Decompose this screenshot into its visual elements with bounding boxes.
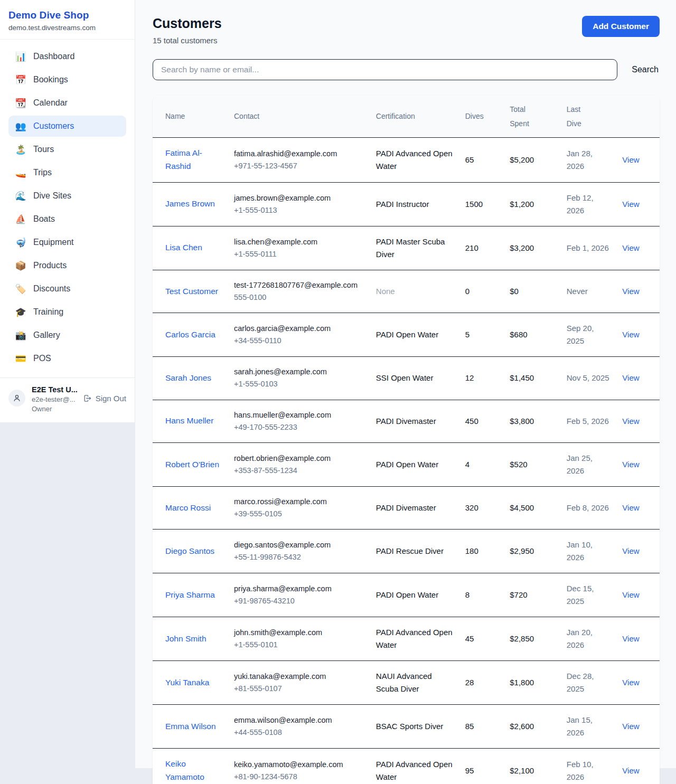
- sidebar-item-dashboard[interactable]: 📊Dashboard: [8, 46, 126, 67]
- customer-name-link[interactable]: Fatima Al-Rashid: [165, 148, 202, 171]
- table-row: John Smithjohn.smith@example.com+1-555-0…: [153, 617, 660, 661]
- view-customer-link[interactable]: View: [622, 546, 639, 555]
- cell-contact: hans.mueller@example.com+49-170-555-2233: [229, 400, 371, 442]
- cell-certification: PADI Open Water: [371, 442, 460, 486]
- cell-name: Hans Mueller: [153, 400, 229, 442]
- customer-name-link[interactable]: Keiko Yamamoto: [165, 759, 204, 781]
- cell-name: Priya Sharma: [153, 573, 229, 617]
- customer-dives: 450: [465, 417, 478, 426]
- view-customer-link[interactable]: View: [622, 590, 639, 599]
- sign-out-button[interactable]: Sign Out: [83, 394, 126, 403]
- page-header: Customers 15 total customers Add Custome…: [153, 16, 660, 45]
- sidebar-item-trips[interactable]: 🚤Trips: [8, 162, 126, 183]
- sidebar-item-equipment[interactable]: 🤿Equipment: [8, 232, 126, 253]
- customer-name-link[interactable]: Emma Wilson: [165, 722, 216, 731]
- sidebar-item-label: Training: [33, 307, 63, 317]
- view-customer-link[interactable]: View: [622, 200, 639, 209]
- customer-count: 15 total customers: [153, 36, 222, 45]
- add-customer-button[interactable]: Add Customer: [582, 16, 660, 37]
- wave-icon: 🌊: [15, 192, 26, 201]
- customer-total-spent: $2,850: [510, 634, 534, 643]
- cell-total-spent: $1,200: [504, 182, 561, 226]
- sidebar-item-products[interactable]: 📦Products: [8, 255, 126, 276]
- sidebar-item-gallery[interactable]: 📸Gallery: [8, 325, 126, 346]
- customer-total-spent: $5,200: [510, 155, 534, 164]
- cell-contact: keiko.yamamoto@example.com+81-90-1234-56…: [229, 749, 371, 784]
- customer-dives: 1500: [465, 200, 483, 209]
- customer-name-link[interactable]: Lisa Chen: [165, 243, 202, 252]
- cell-name: Sarah Jones: [153, 357, 229, 400]
- customer-name-link[interactable]: Priya Sharma: [165, 590, 215, 599]
- sidebar-item-boats[interactable]: ⛵Boats: [8, 209, 126, 230]
- sidebar-item-customers[interactable]: 👥Customers: [8, 116, 126, 137]
- view-customer-link[interactable]: View: [622, 722, 639, 731]
- cell-total-spent: $2,100: [504, 749, 561, 784]
- customer-name-link[interactable]: Marco Rossi: [165, 503, 211, 512]
- cell-last-dive: Feb 10, 2026: [561, 749, 617, 784]
- graduation-cap-icon: 🎓: [15, 308, 26, 317]
- customer-certification: SSI Open Water: [376, 372, 455, 384]
- sidebar-item-label: Dashboard: [33, 52, 74, 61]
- customer-name-link[interactable]: Hans Mueller: [165, 416, 213, 425]
- view-customer-link[interactable]: View: [622, 373, 639, 382]
- view-customer-link[interactable]: View: [622, 243, 639, 252]
- credit-card-icon: 💳: [15, 354, 26, 363]
- cell-contact: marco.rossi@example.com+39-555-0105: [229, 486, 371, 529]
- customer-last-dive: Feb 12, 2026: [567, 192, 612, 217]
- view-customer-link[interactable]: View: [622, 678, 639, 687]
- sidebar-item-label: Gallery: [33, 330, 60, 340]
- sidebar-item-label: Calendar: [33, 98, 68, 108]
- customer-phone: +44-555-0108: [234, 726, 365, 739]
- diving-mask-icon: 🤿: [15, 238, 26, 247]
- cell-last-dive: Feb 1, 2026: [561, 226, 617, 270]
- customer-email: carlos.garcia@example.com: [234, 323, 365, 335]
- customer-name-link[interactable]: Diego Santos: [165, 546, 214, 555]
- customer-name-link[interactable]: Robert O'Brien: [165, 460, 219, 469]
- cell-certification: PADI Instructor: [371, 182, 460, 226]
- customer-email: marco.rossi@example.com: [234, 496, 365, 508]
- view-customer-link[interactable]: View: [622, 417, 639, 426]
- customer-email: fatima.alrashid@example.com: [234, 148, 365, 160]
- view-customer-link[interactable]: View: [622, 155, 639, 164]
- table-row: Sarah Jonessarah.jones@example.com+1-555…: [153, 357, 660, 400]
- shop-name: Demo Dive Shop: [8, 10, 126, 21]
- customer-total-spent: $1,450: [510, 373, 534, 382]
- cell-contact: yuki.tanaka@example.com+81-555-0107: [229, 661, 371, 705]
- customer-phone: +971-55-123-4567: [234, 160, 365, 172]
- customer-phone: +39-555-0105: [234, 508, 365, 520]
- view-customer-link[interactable]: View: [622, 460, 639, 469]
- view-customer-link[interactable]: View: [622, 330, 639, 339]
- column-header-actions: [617, 95, 660, 138]
- view-customer-link[interactable]: View: [622, 766, 639, 775]
- brand-block: Demo Dive Shop demo.test.divestreams.com: [0, 0, 135, 40]
- cell-actions: View: [617, 617, 660, 661]
- cell-total-spent: $2,600: [504, 705, 561, 749]
- sidebar-item-tours[interactable]: 🏝️Tours: [8, 139, 126, 160]
- sailboat-icon: ⛵: [15, 215, 26, 224]
- sidebar-item-calendar[interactable]: 📆Calendar: [8, 92, 126, 114]
- view-customer-link[interactable]: View: [622, 503, 639, 512]
- customer-name-link[interactable]: James Brown: [165, 199, 215, 208]
- search-input[interactable]: [153, 59, 617, 80]
- customer-dives: 85: [465, 722, 474, 731]
- sidebar-item-bookings[interactable]: 📅Bookings: [8, 69, 126, 90]
- customer-dives: 0: [465, 287, 470, 296]
- customer-name-link[interactable]: John Smith: [165, 634, 206, 643]
- cell-actions: View: [617, 530, 660, 573]
- user-footer: E2E Test U... e2e-tester@... Owner Sign …: [0, 377, 135, 422]
- column-header-dives: Dives: [460, 95, 504, 138]
- view-customer-link[interactable]: View: [622, 634, 639, 643]
- customer-certification: PADI Instructor: [376, 198, 455, 211]
- sidebar-item-dive-sites[interactable]: 🌊Dive Sites: [8, 185, 126, 206]
- cell-dives: 65: [460, 138, 504, 183]
- customer-name-link[interactable]: Carlos Garcia: [165, 330, 215, 339]
- sidebar-item-training[interactable]: 🎓Training: [8, 301, 126, 323]
- view-customer-link[interactable]: View: [622, 287, 639, 296]
- customer-dives: 95: [465, 766, 474, 775]
- customer-name-link[interactable]: Yuki Tanaka: [165, 678, 209, 687]
- sidebar-item-pos[interactable]: 💳POS: [8, 348, 126, 369]
- customer-name-link[interactable]: Sarah Jones: [165, 373, 211, 382]
- customer-name-link[interactable]: Test Customer: [165, 287, 218, 296]
- sidebar-item-discounts[interactable]: 🏷️Discounts: [8, 278, 126, 299]
- search-button[interactable]: Search: [631, 63, 660, 77]
